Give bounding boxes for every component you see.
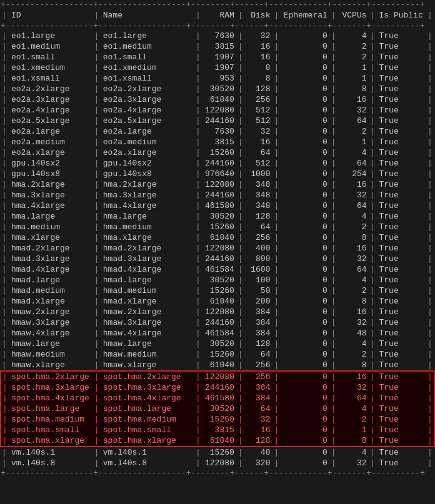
table-row[interactable]: | spot.hma.3xlarge| spot.hma.3xlarge|244… (1, 382, 434, 393)
table-row[interactable]: | hma.large| hma.large|30520 |128 |0 |4 … (1, 211, 434, 222)
flavors-table: +------------------+------------------+-… (0, 0, 435, 478)
table-row[interactable]: | spot.hma.xlarge| spot.hma.xlarge|61040… (1, 435, 434, 447)
main-container: +------------------+------------------+-… (0, 0, 435, 478)
table-row[interactable]: | gpu.l40sx2| gpu.l40sx2|244160 |512 |0 … (1, 158, 434, 169)
table-row[interactable]: | hmaw.medium| hmaw.medium|15260 |64 |0 … (1, 349, 434, 360)
table-row[interactable]: | eo1.medium| eo1.medium|3815 |16 |0 |2 … (1, 41, 434, 52)
table-row[interactable]: | hma.2xlarge| hma.2xlarge|122080 |348 |… (1, 179, 434, 190)
table-row[interactable]: | spot.hma.medium| spot.hma.medium|15260… (1, 414, 434, 425)
table-row[interactable]: | eo2a.large| eo2a.large|7630 |32 |0 |2 … (1, 126, 434, 137)
table-row[interactable]: | hma.xlarge| hma.xlarge|61040 |256 |0 |… (1, 232, 434, 243)
table-row[interactable]: | hmad.3xlarge| hmad.3xlarge|244160 |800… (1, 254, 434, 264)
table-row[interactable]: | hmaw.large| hmaw.large|30520 |128 |0 |… (1, 338, 434, 349)
table-row[interactable]: | spot.hma.4xlarge| spot.hma.4xlarge|461… (1, 393, 434, 403)
table-row[interactable]: | vm.l40s.8| vm.l40s.8|122080 |320 |0 |3… (1, 458, 434, 468)
table-row[interactable]: | eo2a.xlarge| eo2a.xlarge|15260 |64 |0 … (1, 147, 434, 158)
table-row[interactable]: | hmaw.xlarge| hmaw.xlarge|61040 |256 |0… (1, 360, 434, 371)
table-row[interactable]: | hmad.xlarge| hmad.xlarge|61040 |200 |0… (1, 296, 434, 307)
table-row[interactable]: | hmad.medium| hmad.medium|15260 |50 |0 … (1, 285, 434, 296)
table-row[interactable]: | hmaw.3xlarge| hmaw.3xlarge|244160 |384… (1, 317, 434, 328)
table-row[interactable]: | hmad.4xlarge| hmad.4xlarge|461584 |160… (1, 264, 434, 275)
table-row[interactable]: | hmad.2xlarge| hmad.2xlarge|122080 |400… (1, 243, 434, 254)
table-row[interactable]: | hma.4xlarge| hma.4xlarge|461580 |348 |… (1, 200, 434, 211)
table-row[interactable]: | vm.l40s.1| vm.l40s.1|15260 |40 |0 |4 |… (1, 447, 434, 458)
table-row[interactable]: | eo2a.5xlarge| eo2a.5xlarge|244160 |512… (1, 116, 434, 126)
table-row[interactable]: | eo1.small| eo1.small|1907 |16 |0 |2 | … (1, 52, 434, 62)
top-divider: +------------------+------------------+-… (1, 0, 434, 9)
table-row[interactable]: | hmaw.4xlarge| hmaw.4xlarge|461584 |384… (1, 328, 434, 338)
divider-row: +------------------+------------------+-… (1, 21, 434, 31)
table-row[interactable]: | eo1.xsmall| eo1.xsmall|953 |8 |0 |1 | … (1, 73, 434, 84)
table-row[interactable]: | eo2a.4xlarge| eo2a.4xlarge|122080 |512… (1, 105, 434, 116)
table-row[interactable]: | gpu.l40sx8| gpu.l40sx8|976640 |1000 |0… (1, 169, 434, 179)
table-row[interactable]: | spot.hma.2xlarge| spot.hma.2xlarge|122… (1, 371, 434, 382)
table-row[interactable]: | eo1.large| eo1.large|7630 |32 |0 |4 | … (1, 31, 434, 41)
table-row[interactable]: | eo2a.2xlarge| eo2a.2xlarge|30520 |128 … (1, 84, 434, 94)
table-row[interactable]: | eo1.xmedium| eo1.xmedium|1907 |8 |0 |1… (1, 62, 434, 73)
table-row[interactable]: | spot.hma.small| spot.hma.small|3815 |1… (1, 425, 434, 435)
divider-row: +------------------+------------------+-… (1, 468, 434, 478)
table-row[interactable]: | eo2a.3xlarge| eo2a.3xlarge|61040 |256 … (1, 94, 434, 105)
table-row[interactable]: | spot.hma.large| spot.hma.large|30520 |… (1, 403, 434, 414)
table-row[interactable]: | hma.3xlarge| hma.3xlarge|244160 |348 |… (1, 190, 434, 200)
header-row: | ID| Name| RAM| Disk| Ephemeral| VCPUs|… (1, 9, 434, 21)
table-row[interactable]: | hma.medium| hma.medium|15260 |64 |0 |2… (1, 222, 434, 232)
table-row[interactable]: | hmad.large| hmad.large|30520 |100 |0 |… (1, 275, 434, 285)
table-row[interactable]: | hmaw.2xlarge| hmaw.2xlarge|122080 |384… (1, 307, 434, 317)
table-row[interactable]: | eo2a.medium| eo2a.medium|3815 |16 |0 |… (1, 137, 434, 147)
